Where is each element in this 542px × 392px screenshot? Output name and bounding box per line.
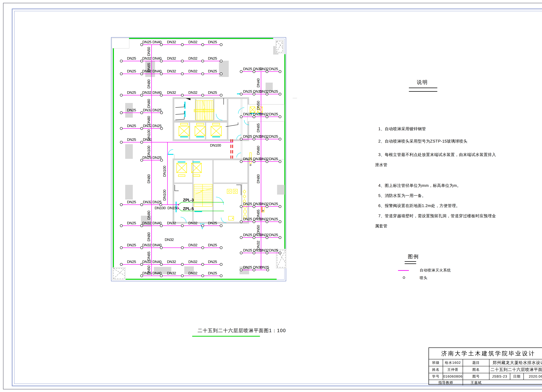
pipe-size-label: DN50 <box>147 47 151 56</box>
note-line: 4、图上标注管径单位为mm，标高单位为m。 <box>378 183 461 188</box>
cyan-wall-strip <box>184 102 185 109</box>
sprinkler-head-icon <box>141 127 143 130</box>
pipe-size-label: DN32 <box>260 67 269 71</box>
sprinkler-head-icon <box>120 127 123 130</box>
sprinkler-head-icon <box>220 94 222 96</box>
pipe-size-label: DN25 <box>243 265 252 269</box>
pipe-size-label: DN25 <box>243 89 252 93</box>
pipe-size-label: DN25 <box>269 67 278 71</box>
pipe-size-label: DN80 <box>147 79 151 88</box>
pipe-size-label: DN32 <box>188 271 197 275</box>
sprinkler-head-icon <box>141 203 143 206</box>
sprinkler-head-icon <box>181 44 184 46</box>
pipe-size-label: DN25 <box>127 243 136 247</box>
sprinkler-head-icon <box>120 224 123 227</box>
pipe-size-label: DN25 <box>127 200 136 204</box>
pipe-size-label: DN25 <box>127 69 136 73</box>
pipe-size-label: DN25 <box>127 221 136 225</box>
legend-item-label: 自动喷淋灭火系统 <box>420 268 451 273</box>
pipe-size-label: DN25 <box>127 56 136 60</box>
drawing-sheet: DN25DN40DN32DN32DN25DN25DN32DN40DN32DN32… <box>0 0 542 392</box>
notes-title: 说明 <box>417 79 428 86</box>
pipe-size-label: DN40 <box>152 40 162 44</box>
pipe-size-label: DN40 <box>152 56 162 60</box>
pipe-size-label: DN32 <box>143 200 152 204</box>
pipe-size-label: DN25 <box>142 40 152 44</box>
sprinkler-head-icon <box>201 224 204 227</box>
note-line: 2、自动喷淋喷头采用型号为ZSTP-15玻璃球喷头 <box>378 139 467 144</box>
pipe-size-label: DN32 <box>167 56 176 60</box>
pipe-size-label: DN32 <box>188 90 197 94</box>
sprinkler-head-icon <box>240 252 242 254</box>
sprinkler-head-icon <box>120 60 123 62</box>
pipe-size-label: DN32 <box>256 241 260 250</box>
legend-sprinkler-head-symbol <box>403 277 405 279</box>
pipe-size-label: DN65 <box>147 63 151 72</box>
pipe-size-label: DN100 <box>162 190 167 201</box>
sprinkler-head-icon <box>279 115 281 118</box>
pipe-size-label: DN32 <box>188 243 197 247</box>
pipe-size-label: DN32 <box>142 56 151 60</box>
sprinkler-head-icon <box>181 224 184 227</box>
pipe-size-label: DN80 <box>147 116 151 125</box>
pipe-size-label: DN25 <box>152 124 162 128</box>
sprinkler-head-icon <box>120 94 123 96</box>
pipe-size-label: DN40 <box>152 243 162 247</box>
sprinkler-head-icon <box>181 94 184 96</box>
sprinkler-head-icon <box>220 44 222 46</box>
pipe-size-label: DN25 <box>269 157 278 161</box>
note-line: 泄水管 <box>375 162 387 168</box>
sprinkler-head-icon <box>201 263 204 266</box>
sprinkler-head-icon <box>240 269 242 271</box>
date-value: 2020.06 <box>523 373 542 380</box>
pipe-size-label: DN32 <box>188 56 197 60</box>
pipe-size-label: DN32 <box>188 40 197 44</box>
pipe-size-label: DN25 <box>269 233 278 237</box>
pipe-size-label: DN150 <box>168 206 179 210</box>
zpl-riser-label: ZPL-5 <box>183 207 194 211</box>
legend-rule <box>405 263 416 264</box>
figname-value: 二十五到二十六层喷淋平面图 <box>489 366 542 373</box>
sprinkler-head-icon <box>279 160 281 163</box>
note-line: 1、自动喷淋采用镀锌钢管 <box>378 126 426 132</box>
pipe-size-label: DN40 <box>152 221 162 225</box>
sprinkler-head-icon <box>220 224 222 227</box>
sprinkler-head-icon <box>201 73 204 75</box>
pipe-size-label: DN25 <box>243 134 252 138</box>
pipe-size-label: DN25 <box>127 90 136 94</box>
pipe-size-label: DN25 <box>243 112 252 116</box>
sprinkler-head-icon <box>220 275 222 277</box>
topic-value: 郑州藏龙大厦给水排水设计 <box>489 359 542 366</box>
sprinkler-head-icon <box>279 205 281 208</box>
sprinkler-head-icon <box>240 138 242 140</box>
pipe-size-label: DN80 <box>147 99 151 108</box>
pipe-size-label: DN65 <box>256 123 260 132</box>
sprinkler-head-icon <box>220 60 222 62</box>
sprinkler-head-icon <box>181 263 184 266</box>
pipe-size-label: DN25 <box>152 155 162 160</box>
sprinkler-head-icon <box>201 44 204 46</box>
pipe-size-label: DN32 <box>188 69 197 73</box>
pipe-size-label: DN32 <box>142 90 151 94</box>
pipe-size-label: DN32 <box>188 260 197 264</box>
student-id-label: 学号 <box>429 373 443 380</box>
sprinkler-head-icon <box>220 246 222 249</box>
name-value: 王仲胥 <box>443 366 463 373</box>
pipe-size-label: DN25 <box>243 233 252 237</box>
sprinkler-head-icon <box>279 236 281 239</box>
pipe-size-label: DN25 <box>208 56 217 60</box>
pipe-size-label: DN25 <box>243 248 252 252</box>
pipe-size-label: DN25 <box>243 202 252 206</box>
pipe-size-label: DN100 <box>162 166 167 177</box>
pipe-size-label: DN25 <box>208 221 217 225</box>
sprinkler-head-icon <box>120 112 123 114</box>
caption-underline <box>192 336 260 337</box>
pipe-size-label: DN100 <box>147 130 151 140</box>
sprinkler-head-icon <box>240 93 242 95</box>
student-id-value: 20160608068 <box>443 373 463 380</box>
pipe-size-label: DN25 <box>243 67 252 71</box>
note-line: 7、管道穿越墙壁时，需设置预留孔洞，管道穿过楼板时应预埋金 <box>378 213 496 219</box>
sprinkler-head-icon <box>220 73 222 75</box>
sprinkler-head-icon <box>201 94 204 96</box>
sprinkler-head-icon <box>240 160 242 163</box>
